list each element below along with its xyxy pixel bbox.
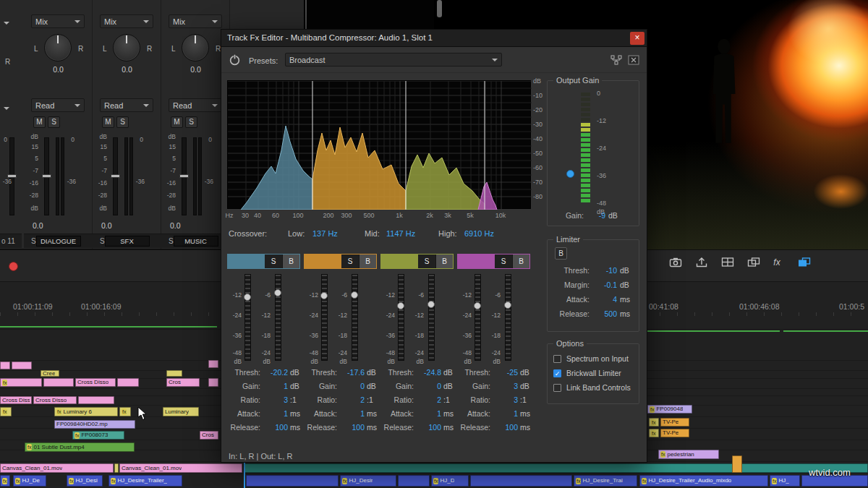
panel-close-icon[interactable] — [628, 55, 641, 66]
pan-value[interactable]: 0.0 — [93, 65, 161, 74]
param-value[interactable]: 1 — [262, 382, 288, 390]
timeline-clip[interactable] — [12, 361, 32, 369]
timeline-clip[interactable]: fxHJ_Desi — [67, 475, 103, 487]
timeline-clip[interactable]: fx — [0, 407, 12, 416]
scrollbar[interactable] — [437, 0, 442, 17]
crossover-high-value[interactable]: 6910 Hz — [464, 229, 494, 238]
spectrum-graph[interactable] — [227, 80, 531, 209]
timeline-clip[interactable]: fxHJ_Desir — [340, 475, 396, 487]
band-solo-button[interactable]: S — [265, 254, 282, 268]
param-value[interactable]: 100 — [415, 423, 441, 432]
timeline-clip[interactable]: Canvas_Clean_01.mov — [0, 463, 114, 473]
timeline-clip[interactable]: fx — [0, 475, 10, 487]
pan-knob[interactable] — [44, 34, 72, 61]
band-bypass-button[interactable]: B — [359, 254, 376, 268]
panel-splitter[interactable] — [305, 0, 307, 29]
export-frame-icon[interactable] — [693, 255, 710, 270]
crossover-low-value[interactable]: 137 Hz — [312, 229, 338, 238]
crossover-mid-value[interactable]: 1147 Hz — [386, 229, 415, 238]
threshold-fader[interactable] — [398, 274, 404, 361]
close-button[interactable]: × — [630, 32, 644, 45]
pan-knob[interactable] — [182, 34, 209, 61]
timeline-clip[interactable]: fx01 Subtle Dust.mp4 — [25, 442, 135, 452]
solo-button[interactable]: S — [48, 116, 60, 128]
fader-handle[interactable] — [42, 174, 51, 178]
track-name[interactable]: DIALOGUE — [36, 236, 81, 247]
threshold-knob[interactable] — [474, 302, 481, 309]
timeline-clip[interactable] — [43, 378, 74, 387]
timeline-clip[interactable] — [244, 463, 868, 473]
checkbox[interactable]: ✓ — [553, 369, 561, 377]
chevron-down-icon[interactable] — [4, 107, 9, 110]
timeline-clip[interactable] — [117, 378, 139, 387]
param-value[interactable]: 4 — [591, 295, 617, 304]
timeline-clip[interactable]: Cree — [41, 370, 59, 377]
timeline-clip[interactable]: Luminary — [163, 407, 199, 416]
timeline-clip[interactable]: fxHJ_Desire_Trailer_Audio_mixdo — [639, 475, 768, 487]
track-name[interactable]: o 11 — [1, 237, 15, 245]
gain-knob[interactable] — [504, 301, 511, 309]
timeline-clip[interactable]: fxFP009048 — [647, 405, 692, 414]
solo-button[interactable]: S — [116, 116, 129, 128]
timeline-clip[interactable]: fx — [0, 378, 42, 387]
routing-icon[interactable] — [610, 55, 624, 66]
gain-value[interactable]: -9 — [587, 211, 605, 220]
timeline-clip[interactable]: fxLuminary 6 — [54, 407, 118, 416]
band-solo-button[interactable]: S — [418, 254, 435, 268]
timeline-clip[interactable]: fx — [119, 407, 131, 416]
param-value[interactable]: 100 — [339, 423, 365, 432]
timeline-clip[interactable] — [208, 360, 218, 368]
param-value[interactable]: 3 — [492, 395, 518, 404]
timeline-clip[interactable]: fxHJ_D — [431, 475, 469, 487]
timeline-clip[interactable]: fx — [649, 418, 659, 427]
timeline-clip[interactable] — [732, 455, 742, 473]
fx-badge-icon[interactable]: fx — [768, 255, 786, 270]
mute-button[interactable]: M — [33, 116, 46, 128]
timeline-clip[interactable]: Cross Disso — [33, 396, 77, 404]
automation-dropdown[interactable]: Mix — [100, 14, 153, 28]
param-value[interactable]: 3 — [492, 382, 518, 390]
power-toggle-icon[interactable] — [229, 53, 241, 66]
param-value[interactable]: 100 — [262, 423, 288, 432]
threshold-knob[interactable] — [397, 302, 404, 309]
checkbox[interactable] — [553, 355, 561, 363]
threshold-fader[interactable] — [321, 274, 328, 361]
mute-button[interactable]: M — [171, 116, 183, 128]
timeline-clip[interactable]: TV-Pe — [660, 429, 689, 437]
param-value[interactable]: -0.1 — [591, 281, 617, 289]
presets-dropdown[interactable]: Broadcast — [285, 53, 502, 67]
chevron-down-icon[interactable] — [4, 22, 9, 25]
param-value[interactable]: -25 — [492, 368, 518, 377]
fader-value[interactable]: 0.0 — [101, 221, 112, 230]
param-value[interactable]: 1 — [492, 409, 518, 418]
checkbox[interactable] — [553, 384, 561, 392]
gain-fader[interactable] — [505, 274, 511, 361]
timeline-clip[interactable] — [78, 396, 114, 404]
param-value[interactable]: 3 — [262, 395, 288, 404]
timeline-clip[interactable]: fxHJ_ — [770, 475, 800, 487]
timeline-clip[interactable] — [0, 361, 10, 369]
threshold-knob[interactable] — [320, 292, 328, 299]
band-solo-button[interactable]: S — [495, 254, 512, 268]
band-solo-button[interactable]: S — [341, 254, 359, 268]
fader-handle[interactable] — [111, 174, 120, 178]
timeline-clip[interactable] — [208, 378, 218, 387]
timeline-clip[interactable]: Cross Disso — [0, 396, 32, 404]
param-value[interactable]: -24.8 — [415, 368, 441, 377]
timeline-clip[interactable]: Canvas_Clean_01.mov — [119, 463, 242, 473]
camera-snapshot-icon[interactable] — [667, 255, 684, 270]
param-value[interactable]: 2 — [339, 395, 365, 404]
param-value[interactable]: 0 — [339, 382, 365, 390]
fader-value[interactable]: 0.0 — [33, 221, 43, 230]
track-name[interactable]: SFX — [105, 236, 150, 247]
gain-knob[interactable] — [427, 301, 435, 308]
pan-value[interactable]: 0.0 — [24, 65, 93, 74]
comparison-view-icon[interactable] — [796, 255, 813, 270]
automation-mode-dropdown[interactable]: Read — [31, 98, 85, 112]
gain-knob[interactable] — [274, 289, 281, 296]
timeline-clip[interactable]: fxHJ_Desire_Trai — [574, 475, 637, 487]
solo-button[interactable]: S — [185, 116, 197, 128]
gain-fader[interactable] — [352, 274, 358, 361]
timeline-clip[interactable]: TV-Pe — [660, 418, 689, 427]
timeline-clip[interactable]: fx — [649, 429, 659, 437]
